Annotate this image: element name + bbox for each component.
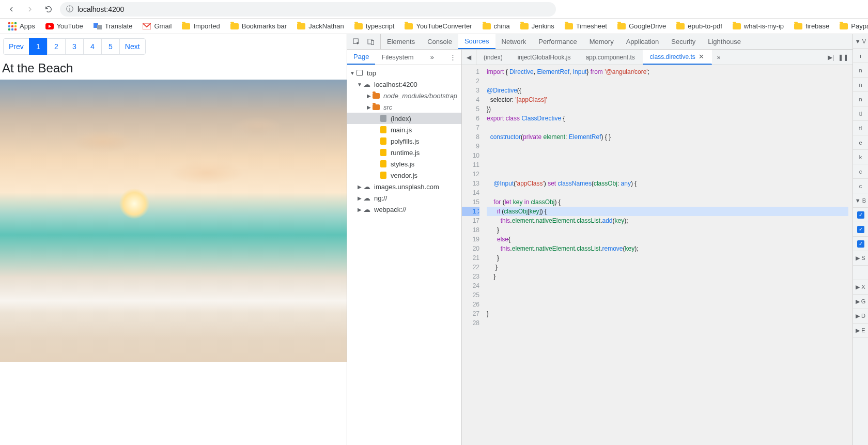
tree-row[interactable]: ▶☁webpack:// — [347, 204, 461, 215]
navigator-tabs: Page Filesystem » ⋮ — [347, 50, 461, 65]
tree-row[interactable]: ▼top — [347, 67, 461, 79]
file-tab[interactable]: class.directive.ts✕ — [643, 50, 712, 65]
devtools-tab-network[interactable]: Network — [495, 34, 533, 49]
sidebar-row[interactable]: c — [853, 179, 868, 193]
sidebar-row[interactable]: ▶ S — [853, 251, 868, 266]
bookmark-item[interactable]: firebase — [790, 20, 833, 33]
sidebar-row[interactable]: ✓ — [853, 208, 868, 222]
tree-row[interactable]: ▶☁images.unsplash.com — [347, 181, 461, 192]
devtools-tab-lighthouse[interactable]: Lighthouse — [702, 34, 747, 49]
sidebar-row[interactable]: e — [853, 135, 868, 150]
apps-icon — [8, 22, 17, 30]
tree-row[interactable]: vendor.js — [347, 170, 461, 181]
nav-back-icon[interactable]: ◀ — [462, 50, 476, 65]
tree-row[interactable]: ▶☁ng:// — [347, 192, 461, 204]
folder-icon — [520, 22, 529, 30]
reload-button[interactable] — [41, 2, 56, 17]
sidebar-row[interactable]: ▶ D — [853, 309, 868, 324]
file-tab[interactable]: app.component.ts — [578, 50, 642, 65]
sidebar-row[interactable]: n — [853, 63, 868, 78]
chevron-double-icon[interactable]: » — [425, 53, 439, 61]
devtools-panel: ElementsConsoleSourcesNetworkPerformance… — [347, 34, 853, 445]
pager-item[interactable]: 5 — [101, 38, 120, 55]
sidebar-row[interactable] — [853, 266, 868, 280]
sidebar-row[interactable]: ✓ — [853, 237, 868, 251]
pager-item[interactable]: 1 — [29, 38, 48, 55]
inspect-icon[interactable] — [352, 38, 361, 46]
sidebar-row[interactable]: tl — [853, 121, 868, 135]
sidebar-row[interactable]: ✓ — [853, 222, 868, 237]
tree-row[interactable]: ▶src — [347, 101, 461, 113]
sidebar-row[interactable]: ▶ G — [853, 295, 868, 309]
sidebar-row[interactable]: ▼ B — [853, 193, 868, 208]
pause-icon[interactable]: ❚❚ — [838, 54, 848, 61]
bookmark-item[interactable]: YouTube — [41, 20, 87, 33]
bookmark-label: Imported — [193, 22, 220, 30]
tree-row[interactable]: (index) — [347, 113, 461, 124]
bookmark-item[interactable]: YouTubeConverter — [400, 20, 476, 33]
close-icon[interactable]: ✕ — [699, 53, 704, 60]
bookmark-item[interactable]: what-is-my-ip — [729, 20, 788, 33]
tree-row[interactable]: styles.js — [347, 158, 461, 170]
bookmark-item[interactable]: Apps — [4, 20, 39, 33]
devtools-tab-application[interactable]: Application — [620, 34, 665, 49]
site-info-icon[interactable]: ⓘ — [66, 5, 73, 14]
folder-icon — [483, 22, 491, 30]
pager-item[interactable]: 4 — [83, 38, 102, 55]
sidebar-row[interactable]: k — [853, 150, 868, 164]
bookmark-item[interactable]: Bookmarks bar — [226, 20, 291, 33]
file-tree[interactable]: ▼top▼☁localhost:4200▶node_modules/bootst… — [347, 65, 461, 445]
sidebar-row[interactable]: n — [853, 92, 868, 106]
more-icon[interactable]: ⋮ — [444, 53, 461, 61]
devtools-tab-security[interactable]: Security — [665, 34, 702, 49]
sidebar-row[interactable]: n — [853, 78, 868, 92]
bookmark-item[interactable]: GoogleDrive — [613, 20, 670, 33]
bookmark-item[interactable]: epub-to-pdf — [672, 20, 726, 33]
sidebar-row[interactable]: ▶ E — [853, 324, 868, 338]
bookmark-item[interactable]: Jenkins — [516, 20, 559, 33]
bookmark-label: Apps — [20, 22, 35, 30]
sidebar-row[interactable]: ▼ V — [853, 34, 868, 49]
chevron-double-icon[interactable]: » — [712, 54, 726, 61]
sidebar-row[interactable]: tl — [853, 106, 868, 121]
sources-navigator: Page Filesystem » ⋮ ▼top▼☁localhost:4200… — [347, 50, 462, 445]
device-toggle-icon[interactable] — [367, 38, 375, 46]
tree-row[interactable]: ▼☁localhost:4200 — [347, 79, 461, 90]
navigator-tab-page[interactable]: Page — [347, 50, 375, 65]
bookmark-item[interactable]: JackNathan — [293, 20, 348, 33]
sidebar-row[interactable]: i — [853, 49, 868, 63]
navigator-tab-filesystem[interactable]: Filesystem — [375, 50, 420, 65]
pager-item[interactable]: 2 — [47, 38, 66, 55]
file-tab[interactable]: injectGlobalHook.js — [510, 50, 579, 65]
bookmark-item[interactable]: Translate — [89, 20, 137, 33]
pager-next[interactable]: Next — [119, 38, 146, 55]
tree-row[interactable]: polyfills.js — [347, 135, 461, 147]
code-editor[interactable]: import { Directive, ElementRef, Input} f… — [483, 65, 853, 445]
address-bar[interactable]: ⓘ localhost:4200 — [60, 2, 556, 17]
sidebar-row[interactable]: c — [853, 164, 868, 179]
tree-row[interactable]: runtime.js — [347, 147, 461, 158]
pager-item[interactable]: 3 — [65, 38, 84, 55]
devtools-tab-sources[interactable]: Sources — [458, 34, 495, 49]
devtools-tab-console[interactable]: Console — [421, 34, 458, 49]
bookmark-item[interactable]: china — [478, 20, 514, 33]
forward-button[interactable] — [23, 2, 37, 17]
devtools-tab-memory[interactable]: Memory — [583, 34, 620, 49]
bookmark-item[interactable]: Imported — [178, 20, 224, 33]
sidebar-row[interactable]: ▶ X — [853, 280, 868, 295]
tree-row[interactable]: main.js — [347, 124, 461, 135]
pager-prev[interactable]: Prev — [3, 38, 29, 55]
line-gutter[interactable]: 1234567891011121314151617181920212223242… — [462, 65, 483, 445]
devtools-tabs: ElementsConsoleSourcesNetworkPerformance… — [347, 34, 853, 50]
bookmark-item[interactable]: Paypal — [835, 20, 868, 33]
bookmark-item[interactable]: Gmail — [138, 20, 176, 33]
file-tab[interactable]: (index) — [476, 50, 510, 65]
bookmark-item[interactable]: typescript — [350, 20, 399, 33]
bookmarks-bar: AppsYouTubeTranslateGmailImportedBookmar… — [0, 19, 868, 34]
step-icon[interactable]: ▶| — [828, 54, 834, 61]
tree-row[interactable]: ▶node_modules/bootstrap — [347, 90, 461, 101]
bookmark-item[interactable]: Timesheet — [561, 20, 611, 33]
back-button[interactable] — [4, 2, 19, 17]
devtools-tab-elements[interactable]: Elements — [381, 34, 421, 49]
devtools-tab-performance[interactable]: Performance — [532, 34, 583, 49]
